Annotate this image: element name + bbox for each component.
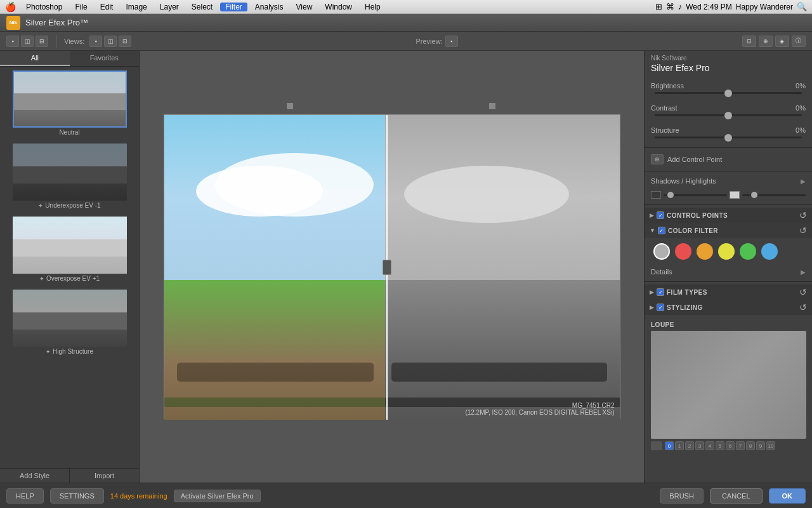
menubar: 🍎 Photoshop File Edit Image Layer Select… [0, 0, 812, 14]
menu-view[interactable]: View [291, 3, 318, 11]
menu-analysis[interactable]: Analysis [250, 3, 289, 11]
preset-overexpose[interactable]: ✦ Overexpose EV +1 [3, 215, 136, 283]
help-button[interactable]: HELP [6, 488, 44, 504]
apple-menu[interactable]: 🍎 [5, 2, 16, 12]
cf-section-arrow: ▼ [650, 227, 655, 234]
brush-button[interactable]: BRUSH [660, 488, 704, 504]
view-split-icon[interactable]: ◫ [21, 36, 34, 47]
color-dot-neutral[interactable] [653, 243, 670, 260]
contrast-slider[interactable] [655, 114, 802, 116]
loupe-dot-8[interactable]: 8 [746, 441, 755, 450]
preset-highstructure[interactable]: ✦ High Structure [3, 288, 136, 356]
fit-icon[interactable]: ⊡ [742, 36, 756, 47]
view-1to1-icon[interactable]: ◫ [104, 36, 117, 47]
preset-underexpose[interactable]: ✦ Underexpose EV -1 [3, 142, 136, 210]
star-icon-highstructure: ✦ [46, 349, 51, 355]
color-dot-orange[interactable] [697, 243, 713, 260]
sh-left-slider[interactable] [664, 194, 727, 196]
st-section-reset[interactable]: ↺ [799, 302, 807, 312]
cf-section-check[interactable]: ✓ [658, 227, 665, 234]
cloud-right-1 [404, 166, 569, 223]
loupe-dot-2[interactable]: 2 [685, 441, 694, 450]
spotlight-icon[interactable]: 🔍 [797, 2, 807, 11]
loupe-dot-4[interactable]: 4 [705, 441, 714, 450]
loupe-dot-6[interactable]: 6 [726, 441, 735, 450]
view-zoom-icon[interactable]: ⊡ [119, 36, 131, 47]
ft-section-label: FILM TYPES [667, 289, 797, 296]
cp-section-reset[interactable]: ↺ [799, 210, 807, 220]
brightness-value: 0% [787, 82, 806, 90]
menu-edit[interactable]: Edit [95, 3, 119, 11]
control-points-header[interactable]: ▶ ✓ CONTROL POINTS ↺ [645, 208, 812, 223]
loupe-dot-0[interactable]: 0 [665, 441, 674, 450]
add-control-point-btn[interactable]: ⊕ Add Control Point [645, 150, 812, 168]
loupe-dot-10[interactable]: 10 [766, 441, 775, 450]
cp-section-check[interactable]: ✓ [657, 211, 664, 219]
structure-slider[interactable] [655, 137, 802, 138]
loupe-dot-9[interactable]: 9 [756, 441, 765, 450]
sh-left-thumb[interactable] [667, 192, 674, 198]
settings-button[interactable]: SETTINGS [50, 488, 104, 504]
sh-right-thumb[interactable] [751, 192, 757, 198]
ft-section-check[interactable]: ✓ [657, 288, 664, 296]
split-handle[interactable] [383, 260, 391, 275]
tab-all[interactable]: All [0, 51, 70, 66]
color-dot-green[interactable] [740, 243, 756, 260]
color-dot-blue[interactable] [761, 243, 778, 260]
menu-select[interactable]: Select [187, 3, 218, 11]
info-icon[interactable]: ⓘ [792, 36, 806, 47]
contrast-thumb[interactable] [724, 112, 732, 119]
view-dual-icon[interactable]: ⊟ [36, 36, 48, 47]
loupe-dot-1[interactable]: 1 [675, 441, 684, 450]
import-button[interactable]: Import [70, 469, 139, 483]
cp-label: Add Control Point [667, 156, 722, 163]
shadows-highlights-arrow: ▶ [801, 178, 806, 185]
views-label: Views: [64, 37, 84, 45]
brightness-thumb[interactable] [724, 90, 732, 97]
view-single-icon[interactable]: ▪ [6, 36, 19, 47]
ft-section-reset[interactable]: ↺ [799, 287, 807, 297]
color-dot-red[interactable] [675, 243, 691, 260]
st-section-check[interactable]: ✓ [657, 304, 664, 311]
stylizing-header[interactable]: ▶ ✓ STYLIZING ↺ [645, 300, 812, 315]
loupe-dot-5[interactable]: 5 [716, 441, 724, 450]
menu-photoshop[interactable]: Photoshop [21, 3, 67, 11]
brightness-slider-row [651, 92, 806, 94]
menu-filter[interactable]: Filter [220, 3, 247, 11]
shadows-highlights-row[interactable]: Shadows / Highlights ▶ [645, 174, 812, 188]
zoom-in-icon[interactable]: ⊕ [759, 36, 773, 47]
menu-help[interactable]: Help [360, 3, 386, 11]
tab-favorites[interactable]: Favorites [70, 51, 140, 66]
menu-image[interactable]: Image [121, 3, 152, 11]
cattle-left [177, 363, 374, 382]
structure-thumb[interactable] [724, 134, 732, 142]
main-area: All Favorites Neutral [0, 51, 812, 483]
color-dot-yellow[interactable] [718, 243, 735, 260]
bottom-bar: HELP SETTINGS 14 days remaining Activate… [0, 483, 812, 508]
activate-button[interactable]: Activate Silver Efex Pro [174, 490, 261, 502]
brightness-slider[interactable] [655, 92, 802, 94]
menu-layer[interactable]: Layer [155, 3, 184, 11]
menu-window[interactable]: Window [320, 3, 357, 11]
details-row[interactable]: Details ▶ [645, 265, 812, 279]
preview-area: Preview: ▪ [416, 36, 458, 47]
menu-file[interactable]: File [70, 3, 92, 11]
loupe-dot-7[interactable]: 7 [736, 441, 745, 450]
preset-neutral[interactable]: Neutral [3, 69, 136, 137]
cf-section-label: COLOR FILTER [668, 227, 797, 234]
view-fit-icon[interactable]: ▪ [89, 36, 102, 47]
color-filter-header[interactable]: ▼ ✓ COLOR FILTER ↺ [645, 223, 812, 238]
brightness-label: Brightness [651, 82, 695, 90]
add-style-button[interactable]: Add Style [0, 469, 70, 483]
preview-toggle[interactable]: ▪ [445, 36, 458, 47]
ok-button[interactable]: OK [769, 488, 806, 504]
cancel-button[interactable]: CANCEL [710, 488, 763, 504]
film-types-header[interactable]: ▶ ✓ FILM TYPES ↺ [645, 284, 812, 300]
cf-section-reset[interactable]: ↺ [799, 225, 807, 236]
loupe-dot-3[interactable]: 3 [695, 441, 704, 450]
loupe-eye-icon[interactable] [651, 441, 662, 450]
compare-icon[interactable]: ◈ [775, 36, 789, 47]
preset-thumb-highstructure [13, 290, 127, 347]
left-panel: All Favorites Neutral [0, 51, 140, 483]
sh-right-slider[interactable] [742, 194, 806, 196]
